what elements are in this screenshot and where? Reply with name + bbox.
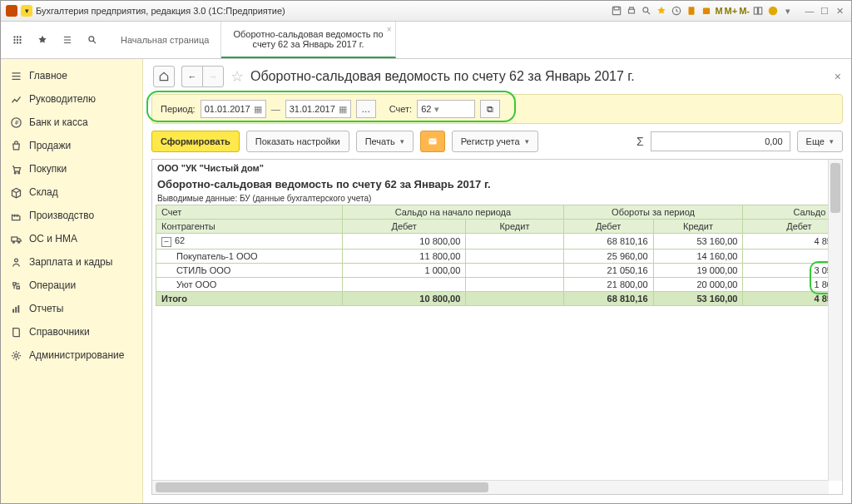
gear-icon [9, 348, 22, 362]
sidebar: Главное Руководителю ₽Банк и касса Прода… [1, 59, 143, 503]
sidebar-item-catalogs[interactable]: Справочники [1, 320, 142, 343]
svg-point-16 [13, 42, 15, 43]
sum-field[interactable]: 0,00 [651, 131, 790, 151]
page-title: Оборотно-сальдовая ведомость по счету 62… [250, 69, 635, 84]
close-button[interactable]: ✕ [833, 4, 846, 17]
calendar-from-icon[interactable]: ▦ [254, 104, 262, 115]
search-icon[interactable] [640, 4, 653, 17]
svg-point-17 [17, 42, 18, 43]
svg-point-13 [13, 39, 15, 41]
svg-point-14 [17, 39, 18, 41]
panels-icon[interactable] [751, 4, 765, 17]
report-subtitle: Выводимые данные: БУ (данные бухгалтерск… [152, 192, 843, 205]
chart-up-icon [9, 92, 22, 106]
account-open-button[interactable]: ⧉ [480, 100, 500, 118]
history-icon[interactable] [670, 4, 683, 17]
scroll-thumb-h[interactable] [156, 482, 488, 492]
period-to-input[interactable]: 31.01.2017▦ [285, 100, 351, 118]
search-tab-icon[interactable] [86, 33, 99, 47]
home-button[interactable] [153, 66, 175, 87]
person-icon [9, 255, 22, 269]
calc-icon[interactable] [685, 4, 698, 17]
period-dash: — [271, 104, 280, 114]
period-picker-button[interactable]: … [356, 100, 376, 118]
sidebar-item-hr[interactable]: Зарплата и кадры [1, 250, 142, 274]
maximize-button[interactable]: ☐ [818, 4, 831, 17]
star-icon[interactable] [36, 33, 49, 47]
period-label: Период: [161, 104, 196, 114]
report: ООО "УК "Чистый дом" Оборотно-сальдовая … [152, 160, 843, 306]
table-row-total: Итого 10 800,00 68 810,1653 160,00 4 850… [156, 292, 844, 306]
svg-rect-6 [703, 8, 710, 15]
dropdown-icon[interactable]: ▾ [21, 5, 32, 17]
calendar-icon[interactable] [700, 4, 713, 17]
favorite-toggle-icon[interactable]: ☆ [230, 67, 244, 86]
period-from-input[interactable]: 01.01.2017▦ [201, 100, 266, 118]
bar-chart-icon [9, 302, 22, 315]
sidebar-item-manager[interactable]: Руководителю [1, 87, 142, 111]
register-button[interactable]: Регистр учета [452, 131, 538, 152]
print-button[interactable]: Печать [356, 131, 414, 152]
page-close-button[interactable]: × [835, 70, 841, 83]
account-input[interactable]: 62▾ [417, 100, 475, 118]
sidebar-item-operations[interactable]: Операции [1, 274, 142, 297]
th-ctr: Контрагенты [156, 220, 343, 234]
favorite-icon[interactable] [655, 4, 668, 17]
truck-icon [9, 232, 22, 245]
titlebar: ▾ Бухгалтерия предприятия, редакция 3.0 … [1, 1, 851, 22]
table-row: –62 10 800,00 68 810,1653 160,00 4 850,1… [156, 234, 844, 250]
tab-close-icon[interactable]: × [387, 25, 392, 34]
save-icon[interactable] [610, 4, 623, 17]
scrollbar-vertical[interactable] [828, 160, 842, 481]
sidebar-item-main[interactable]: Главное [1, 64, 142, 87]
sidebar-item-production[interactable]: Производство [1, 204, 142, 227]
mail-button[interactable] [420, 131, 445, 152]
settings-button[interactable]: Показать настройки [246, 131, 349, 152]
sidebar-item-assets[interactable]: ОС и НМА [1, 227, 142, 250]
report-area[interactable]: ООО "УК "Чистый дом" Оборотно-сальдовая … [151, 159, 843, 495]
quick-tools [1, 22, 109, 58]
mem-m[interactable]: М [715, 6, 722, 16]
ruble-icon: ₽ [9, 116, 22, 129]
svg-point-23 [17, 171, 19, 173]
sidebar-item-admin[interactable]: Администрирование [1, 343, 142, 367]
apps-icon[interactable] [11, 33, 24, 47]
tab-start[interactable]: Начальная страница [109, 22, 221, 58]
cart-icon [9, 162, 22, 175]
sigma-icon: Σ [637, 135, 644, 148]
report-org: ООО "УК "Чистый дом" [152, 160, 843, 176]
mem-mminus[interactable]: М- [739, 6, 750, 16]
sidebar-item-warehouse[interactable]: Склад [1, 180, 142, 204]
menu-icon [9, 69, 22, 82]
page-head: ← → ☆ Оборотно-сальдовая ведомость по сч… [143, 59, 851, 94]
tab-report[interactable]: Оборотно-сальдовая ведомость по счету 62… [221, 22, 395, 58]
history-list-icon[interactable] [61, 33, 74, 47]
th-d0: Дебет [343, 220, 466, 234]
print-icon[interactable] [625, 4, 638, 17]
minimize-button[interactable]: — [803, 4, 816, 17]
svg-point-22 [14, 171, 16, 173]
titlebar-tools: М М+ М- ▾ [610, 4, 795, 17]
more-button[interactable]: Еще [797, 131, 843, 152]
help-icon[interactable] [766, 4, 780, 17]
svg-point-19 [89, 37, 94, 42]
action-bar: Сформировать Показать настройки Печать Р… [143, 124, 851, 159]
svg-point-18 [19, 42, 21, 43]
scrollbar-horizontal[interactable] [152, 480, 829, 494]
account-dropdown-icon[interactable]: ▾ [434, 104, 439, 115]
sidebar-item-reports[interactable]: Отчеты [1, 297, 142, 320]
form-button[interactable]: Сформировать [151, 131, 240, 152]
calendar-to-icon[interactable]: ▦ [339, 104, 347, 115]
scroll-thumb-v[interactable] [830, 163, 840, 213]
mem-mplus[interactable]: М+ [725, 6, 738, 16]
sidebar-item-sales[interactable]: Продажи [1, 134, 142, 157]
report-title: Оборотно-сальдовая ведомость по счету 62… [152, 176, 843, 192]
sidebar-item-purchases[interactable]: Покупки [1, 157, 142, 180]
back-button[interactable]: ← [181, 66, 202, 87]
report-table: Счет Сальдо на начало периода Обороты за… [156, 205, 843, 306]
collapse-icon[interactable]: – [161, 237, 171, 247]
help-dropdown-icon[interactable]: ▾ [781, 4, 795, 17]
forward-button[interactable]: → [202, 66, 224, 87]
svg-point-11 [17, 36, 18, 37]
sidebar-item-bank[interactable]: ₽Банк и касса [1, 111, 142, 134]
